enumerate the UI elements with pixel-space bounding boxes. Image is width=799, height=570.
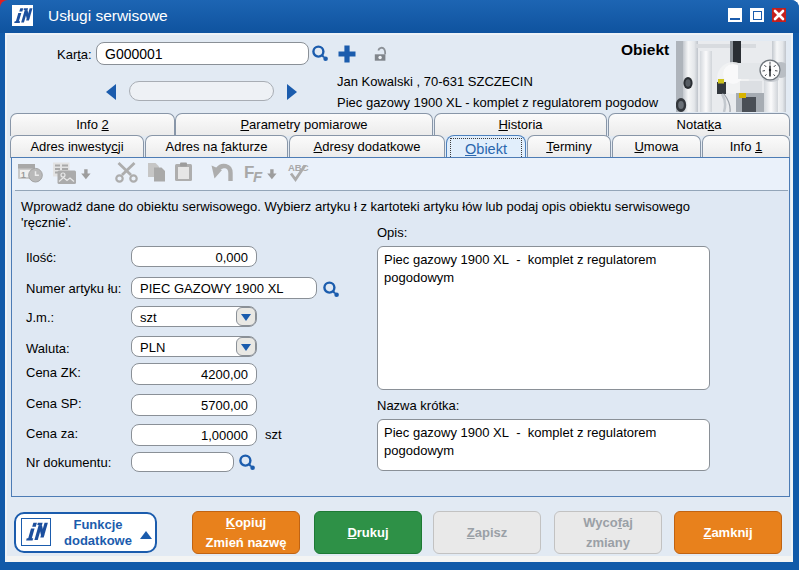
svg-text:1: 1 [21, 170, 26, 180]
svg-text:ABC: ABC [288, 162, 309, 173]
svg-text:F: F [253, 168, 263, 185]
